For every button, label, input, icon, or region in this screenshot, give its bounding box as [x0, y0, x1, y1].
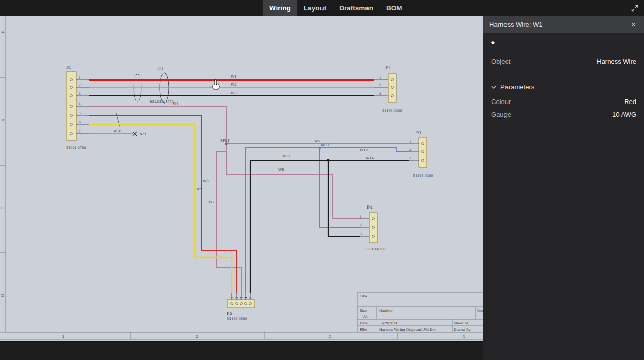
- svg-text:P1: P1: [66, 65, 71, 70]
- param-row-gauge[interactable]: Gauge 10 AWG: [491, 108, 636, 121]
- svg-text:Sheet of: Sheet of: [454, 321, 468, 325]
- svg-text:51163-0300: 51163-0300: [365, 247, 385, 251]
- svg-text:Title: Title: [360, 294, 367, 298]
- svg-text:W14: W14: [365, 156, 374, 160]
- top-bar: Wiring Layout Draftsman BOM: [0, 0, 644, 16]
- panel-header: Harness Wire: W1 ✕: [483, 16, 644, 33]
- svg-text:3: 3: [239, 297, 243, 299]
- svg-text:P4: P4: [367, 205, 372, 210]
- svg-text:Date:: Date:: [360, 321, 369, 325]
- svg-text:1: 1: [62, 334, 64, 339]
- svg-text:5: 5: [79, 111, 81, 115]
- colour-value: Red: [624, 98, 636, 106]
- svg-text:7: 7: [79, 130, 81, 133]
- svg-text:1: 1: [409, 140, 411, 143]
- svg-text:6: 6: [79, 120, 81, 124]
- svg-text:1: 1: [379, 76, 381, 79]
- svg-text:Drawn By:: Drawn By:: [454, 328, 472, 332]
- svg-text:4: 4: [244, 297, 247, 299]
- svg-text:P3: P3: [416, 131, 421, 135]
- wiring-canvas[interactable]: ABCD1234TitleSizeA4NumberRevisionDate:5/…: [0, 16, 483, 341]
- object-label: Object: [491, 58, 511, 65]
- svg-text:W9: W9: [196, 187, 202, 191]
- svg-text:3: 3: [379, 92, 381, 95]
- param-row-colour[interactable]: Colour Red: [491, 95, 636, 108]
- svg-text:P5: P5: [227, 311, 232, 316]
- svg-text:2: 2: [360, 223, 362, 227]
- document-view-tabs: Wiring Layout Draftsman BOM: [263, 0, 408, 16]
- wire-W7[interactable]: [216, 144, 241, 293]
- svg-text:3: 3: [79, 92, 81, 95]
- parameters-label: Parameters: [500, 83, 534, 91]
- svg-text:B: B: [1, 118, 4, 122]
- svg-text:W1: W1: [231, 75, 237, 79]
- svg-text:3: 3: [409, 156, 411, 160]
- svg-text:Nc1: Nc1: [139, 132, 147, 136]
- tab-draftsman[interactable]: Draftsman: [333, 0, 380, 16]
- svg-text:W11: W11: [321, 143, 329, 147]
- colour-label: Colour: [491, 98, 511, 106]
- svg-text:51021-0700: 51021-0700: [66, 146, 86, 150]
- wire-W6[interactable]: [226, 144, 360, 219]
- modified-indicator: *: [491, 40, 636, 50]
- close-icon[interactable]: ✕: [629, 20, 638, 29]
- svg-text:2: 2: [409, 148, 411, 151]
- svg-text:3: 3: [360, 232, 362, 236]
- svg-text:4: 4: [462, 334, 465, 339]
- tab-wiring[interactable]: Wiring: [263, 0, 297, 16]
- hand-cursor: [211, 79, 221, 90]
- svg-text:W7: W7: [209, 200, 215, 204]
- svg-text:W10: W10: [113, 129, 121, 133]
- canvas-bottom-margin: [0, 341, 483, 360]
- svg-text:Number: Number: [379, 308, 393, 313]
- svg-text:3: 3: [329, 334, 331, 339]
- svg-text:51163-0300: 51163-0300: [413, 174, 433, 178]
- expand-fullscreen-icon[interactable]: [631, 4, 639, 12]
- tab-layout[interactable]: Layout: [297, 0, 333, 16]
- svg-text:A4: A4: [363, 315, 368, 319]
- parameters-section-toggle[interactable]: Parameters: [491, 79, 636, 95]
- svg-text:C1: C1: [158, 67, 164, 71]
- svg-text:2: 2: [379, 83, 381, 87]
- svg-text:5: 5: [248, 297, 252, 299]
- svg-text:W5: W5: [314, 139, 320, 143]
- panel-title: Harness Wire: W1: [489, 21, 542, 28]
- svg-text:5/29/2024: 5/29/2024: [381, 321, 397, 325]
- wiring-diagram: ABCD1234TitleSizeA4NumberRevisionDate:5/…: [0, 16, 483, 341]
- svg-text:51163-0500: 51163-0500: [227, 317, 247, 321]
- svg-text:1: 1: [79, 76, 81, 79]
- svg-text:W2: W2: [231, 83, 237, 87]
- divider: [491, 73, 636, 73]
- gauge-label: Gauge: [491, 111, 511, 118]
- svg-text:2: 2: [196, 334, 198, 339]
- svg-text:Size: Size: [360, 308, 367, 313]
- svg-text:P2: P2: [386, 66, 391, 70]
- svg-text:1: 1: [229, 297, 233, 299]
- svg-text:Harness Wiring Diagram1.WirDoc: Harness Wiring Diagram1.WirDoc: [379, 328, 436, 332]
- wire-W13[interactable]: [250, 160, 360, 293]
- svg-text:1: 1: [360, 215, 362, 218]
- tab-bom[interactable]: BOM: [380, 0, 409, 16]
- chevron-down-icon: [491, 86, 496, 89]
- svg-text:W12: W12: [360, 148, 368, 152]
- svg-text:BELDEN 8771: BELDEN 8771: [150, 100, 174, 104]
- svg-text:2: 2: [235, 297, 238, 299]
- panel-body: * Object Harness Wire Parameters Colour …: [483, 33, 644, 128]
- wire-W9[interactable]: [89, 124, 232, 293]
- svg-text:W8: W8: [203, 179, 209, 183]
- svg-text:W4: W4: [173, 101, 179, 106]
- svg-text:D: D: [1, 293, 4, 298]
- svg-text:W3: W3: [231, 91, 237, 95]
- svg-text:51163-0300: 51163-0300: [382, 109, 402, 113]
- wire-W4[interactable]: [89, 106, 226, 144]
- svg-text:2: 2: [79, 83, 81, 87]
- svg-text:4: 4: [79, 102, 81, 106]
- properties-panel: Harness Wire: W1 ✕ * Object Harness Wire…: [483, 16, 644, 360]
- svg-text:A: A: [1, 30, 4, 34]
- object-value: Harness Wire: [596, 58, 636, 65]
- gauge-value: 10 AWG: [612, 111, 636, 118]
- svg-text:Revision: Revision: [477, 308, 483, 313]
- svg-text:C: C: [1, 205, 4, 210]
- svg-text:File:: File:: [360, 328, 367, 332]
- object-row: Object Harness Wire: [491, 55, 636, 68]
